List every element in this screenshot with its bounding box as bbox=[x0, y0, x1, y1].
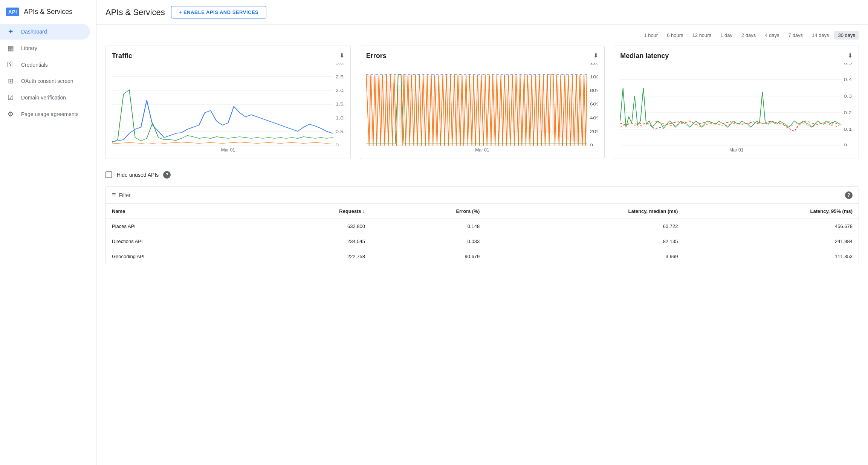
errors-chart-title: Errors bbox=[366, 52, 387, 60]
col-latency-95: Latency, 95% (ms) bbox=[684, 204, 859, 219]
svg-text:0: 0 bbox=[844, 143, 847, 146]
latency-download-icon[interactable]: ⬇ bbox=[848, 52, 853, 59]
time-btn-6-hours[interactable]: 6 hours bbox=[663, 31, 687, 40]
table-row[interactable]: Directions API 234,545 0.033 82.135 241.… bbox=[106, 234, 859, 249]
sidebar-item-oauth[interactable]: ⊞ OAuth consent screen bbox=[0, 73, 90, 89]
sidebar-item-credentials[interactable]: ⚿ Credentials bbox=[0, 57, 90, 72]
cell-requests: 632,800 bbox=[249, 219, 371, 234]
latency-chart-header: Median latency ⬇ bbox=[620, 52, 853, 60]
time-btn-7-days[interactable]: 7 days bbox=[785, 31, 807, 40]
filter-row[interactable]: ≡ Filter bbox=[112, 191, 131, 199]
cell-latency-95: 111.353 bbox=[684, 249, 859, 264]
time-btn-4-days[interactable]: 4 days bbox=[761, 31, 783, 40]
cell-errors: 0.033 bbox=[371, 234, 486, 249]
col-requests[interactable]: Requests ↓ bbox=[249, 204, 371, 219]
page-title: APIs & Services bbox=[105, 8, 165, 17]
time-btn-1-day[interactable]: 1 day bbox=[717, 31, 736, 40]
charts-row: Traffic ⬇ bbox=[105, 46, 859, 159]
traffic-download-icon[interactable]: ⬇ bbox=[339, 52, 344, 59]
domain-icon: ☑ bbox=[6, 93, 15, 102]
svg-text:60%: 60% bbox=[590, 102, 598, 106]
cell-name: Directions API bbox=[106, 234, 249, 249]
time-btn-30-days[interactable]: 30 days bbox=[834, 31, 859, 40]
sidebar-item-label-page-usage: Page usage agreements bbox=[21, 111, 79, 117]
sidebar-item-domain[interactable]: ☑ Domain verification bbox=[0, 90, 90, 106]
col-name-label: Name bbox=[112, 208, 125, 214]
table-header-row: Name Requests ↓ Errors (%) Latency, medi… bbox=[106, 204, 859, 219]
api-table-section: ≡ Filter ? Name Requests ↓ Errors (%) bbox=[105, 186, 859, 264]
sidebar: API APIs & Services ✦ Dashboard ▦ Librar… bbox=[0, 0, 96, 465]
svg-text:120%: 120% bbox=[590, 63, 598, 66]
errors-chart-card: Errors ⬇ bbox=[360, 46, 605, 159]
cell-errors: 90.679 bbox=[371, 249, 486, 264]
cell-errors: 0.148 bbox=[371, 219, 486, 234]
time-range-bar: 1 hour6 hours12 hours1 day2 days4 days7 … bbox=[105, 31, 859, 40]
api-table: Name Requests ↓ Errors (%) Latency, medi… bbox=[106, 204, 859, 264]
traffic-chart-card: Traffic ⬇ bbox=[105, 46, 351, 159]
hide-unused-checkbox[interactable] bbox=[105, 171, 112, 178]
filter-label: Filter bbox=[119, 192, 131, 198]
svg-text:0.1: 0.1 bbox=[844, 127, 852, 132]
sidebar-item-label-library: Library bbox=[21, 45, 37, 51]
cell-latency-95: 456.678 bbox=[684, 219, 859, 234]
time-btn-2-days[interactable]: 2 days bbox=[738, 31, 760, 40]
svg-text:0: 0 bbox=[336, 143, 339, 146]
col-name: Name bbox=[106, 204, 249, 219]
cell-latency-median: 3.969 bbox=[486, 249, 684, 264]
errors-download-icon[interactable]: ⬇ bbox=[593, 52, 598, 59]
cell-name: Geocoding API bbox=[106, 249, 249, 264]
filter-icon: ≡ bbox=[112, 191, 116, 199]
table-body: Places API 632,800 0.148 60.722 456.678 … bbox=[106, 219, 859, 264]
time-btn-1-hour[interactable]: 1 hour bbox=[640, 31, 662, 40]
errors-date-label: Mar 01 bbox=[366, 147, 599, 153]
traffic-chart-svg: 3.0/s 2.5/s 2.0/s 1.5/s 1.0/s 0.5/s 0 bbox=[112, 63, 344, 146]
sidebar-item-label-credentials: Credentials bbox=[21, 62, 48, 68]
svg-text:0.4: 0.4 bbox=[844, 78, 852, 82]
svg-text:80%: 80% bbox=[590, 88, 598, 93]
latency-chart-card: Median latency ⬇ bbox=[614, 46, 859, 159]
sidebar-item-dashboard[interactable]: ✦ Dashboard bbox=[0, 24, 90, 40]
traffic-date-label: Mar 01 bbox=[112, 147, 344, 153]
table-header: Name Requests ↓ Errors (%) Latency, medi… bbox=[106, 204, 859, 219]
svg-text:100%: 100% bbox=[590, 75, 598, 79]
cell-requests: 222,758 bbox=[249, 249, 371, 264]
svg-text:0.5: 0.5 bbox=[844, 63, 852, 66]
table-row[interactable]: Geocoding API 222,758 90.679 3.969 111.3… bbox=[106, 249, 859, 264]
content-area: 1 hour6 hours12 hours1 day2 days4 days7 … bbox=[96, 25, 868, 270]
main-content: APIs & Services + ENABLE APIS AND SERVIC… bbox=[96, 0, 868, 465]
latency-chart-title: Median latency bbox=[620, 52, 669, 60]
traffic-chart-area: 3.0/s 2.5/s 2.0/s 1.5/s 1.0/s 0.5/s 0 bbox=[112, 63, 344, 146]
svg-text:40%: 40% bbox=[590, 116, 598, 120]
cell-requests: 234,545 bbox=[249, 234, 371, 249]
sidebar-item-label-dashboard: Dashboard bbox=[21, 29, 47, 35]
sidebar-item-label-oauth: OAuth consent screen bbox=[21, 78, 73, 84]
sidebar-item-label-domain: Domain verification bbox=[21, 95, 66, 101]
traffic-chart-title: Traffic bbox=[112, 52, 132, 60]
dashboard-icon: ✦ bbox=[6, 28, 15, 36]
table-help-icon[interactable]: ? bbox=[845, 191, 853, 199]
hide-unused-help-icon[interactable]: ? bbox=[163, 171, 171, 179]
main-header: APIs & Services + ENABLE APIS AND SERVIC… bbox=[96, 0, 868, 25]
table-row[interactable]: Places API 632,800 0.148 60.722 456.678 bbox=[106, 219, 859, 234]
time-btn-14-days[interactable]: 14 days bbox=[808, 31, 833, 40]
latency-chart-area: 0.5 0.4 0.3 0.2 0.1 0 bbox=[620, 63, 853, 146]
api-logo: API bbox=[6, 8, 19, 16]
hide-unused-row: Hide unused APIs ? bbox=[105, 171, 859, 179]
sidebar-item-library[interactable]: ▦ Library bbox=[0, 40, 90, 56]
svg-text:20%: 20% bbox=[590, 129, 598, 134]
page-usage-icon: ⚙ bbox=[6, 110, 15, 118]
sidebar-nav: ✦ Dashboard ▦ Library ⚿ Credentials ⊞ OA… bbox=[0, 24, 96, 122]
latency-date-label: Mar 01 bbox=[620, 147, 853, 153]
latency-chart-svg: 0.5 0.4 0.3 0.2 0.1 0 bbox=[620, 63, 853, 146]
svg-text:3.0/s: 3.0/s bbox=[336, 63, 344, 66]
svg-text:1.5/s: 1.5/s bbox=[336, 102, 344, 106]
cell-latency-median: 60.722 bbox=[486, 219, 684, 234]
enable-apis-button[interactable]: + ENABLE APIS AND SERVICES bbox=[171, 6, 267, 18]
time-btn-12-hours[interactable]: 12 hours bbox=[689, 31, 715, 40]
sidebar-item-page-usage[interactable]: ⚙ Page usage agreements bbox=[0, 106, 90, 122]
traffic-chart-header: Traffic ⬇ bbox=[112, 52, 344, 60]
credentials-icon: ⚿ bbox=[6, 61, 15, 69]
svg-text:2.5/s: 2.5/s bbox=[336, 75, 344, 79]
errors-chart-area: 120% 100% 80% 60% 40% 20% 0 bbox=[366, 63, 599, 146]
cell-latency-median: 82.135 bbox=[486, 234, 684, 249]
